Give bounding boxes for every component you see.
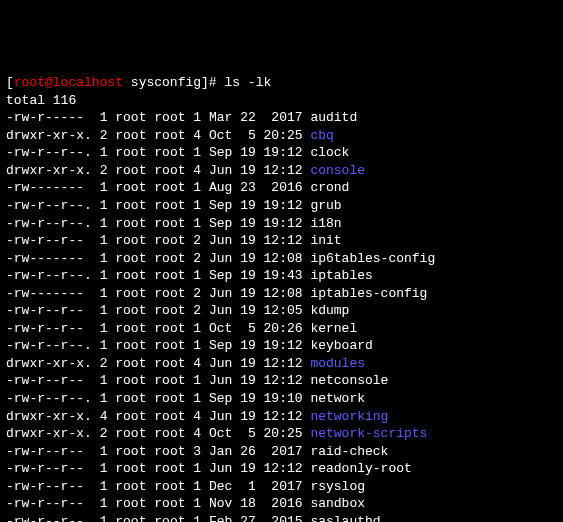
file-name: i18n — [310, 216, 341, 231]
group: root — [154, 338, 185, 353]
prompt-cwd: sysconfig — [123, 75, 201, 90]
owner: root — [115, 356, 146, 371]
file-row: -rw-r--r-- 1 root root 1 Feb 27 2015 sas… — [6, 513, 557, 522]
file-name: grub — [310, 198, 341, 213]
owner: root — [115, 251, 146, 266]
date: Jun 19 12:12 — [209, 461, 303, 476]
size: 1 — [193, 461, 201, 476]
owner: root — [115, 268, 146, 283]
file-row: -rw-r--r-- 1 root root 1 Nov 18 2016 san… — [6, 495, 557, 513]
size: 1 — [193, 198, 201, 213]
group: root — [154, 496, 185, 511]
file-row: -rw------- 1 root root 2 Jun 19 12:08 ip… — [6, 285, 557, 303]
file-row: -rw-r--r-- 1 root root 1 Jun 19 12:12 re… — [6, 460, 557, 478]
file-name: auditd — [310, 110, 357, 125]
perm: -rw-r--r-- — [6, 444, 92, 459]
file-row: -rw-r--r--. 1 root root 1 Sep 19 19:12 c… — [6, 144, 557, 162]
group: root — [154, 514, 185, 522]
owner: root — [115, 496, 146, 511]
date: Sep 19 19:10 — [209, 391, 303, 406]
links: 1 — [100, 233, 108, 248]
prompt-line: [root@localhost sysconfig]# ls -lk — [6, 74, 557, 92]
date: Oct 5 20:26 — [209, 321, 303, 336]
prompt-symbol: # — [209, 75, 225, 90]
file-name: saslauthd — [310, 514, 380, 522]
size: 1 — [193, 373, 201, 388]
perm: drwxr-xr-x. — [6, 426, 92, 441]
perm: drwxr-xr-x. — [6, 128, 92, 143]
perm: -rw-r--r-- — [6, 514, 92, 522]
file-name: cbq — [310, 128, 333, 143]
file-row: -rw-r--r--. 1 root root 1 Sep 19 19:12 i… — [6, 215, 557, 233]
perm: -rw-r--r-- — [6, 321, 92, 336]
file-name: network-scripts — [310, 426, 427, 441]
perm: -rw-r--r--. — [6, 391, 92, 406]
prompt-user: root@localhost — [14, 75, 123, 90]
links: 1 — [100, 479, 108, 494]
file-row: -rw-r--r--. 1 root root 1 Sep 19 19:12 g… — [6, 197, 557, 215]
links: 1 — [100, 145, 108, 160]
file-name: iptables-config — [310, 286, 427, 301]
file-name: modules — [310, 356, 365, 371]
perm: -rw-r--r--. — [6, 338, 92, 353]
group: root — [154, 163, 185, 178]
perm: -rw-r----- — [6, 110, 92, 125]
group: root — [154, 479, 185, 494]
terminal-output: [root@localhost sysconfig]# ls -lktotal … — [6, 74, 557, 522]
size: 1 — [193, 321, 201, 336]
file-name: readonly-root — [310, 461, 411, 476]
date: Dec 1 2017 — [209, 479, 303, 494]
size: 4 — [193, 426, 201, 441]
owner: root — [115, 479, 146, 494]
group: root — [154, 198, 185, 213]
file-row: drwxr-xr-x. 2 root root 4 Oct 5 20:25 cb… — [6, 127, 557, 145]
file-row: -rw-r--r--. 1 root root 1 Sep 19 19:10 n… — [6, 390, 557, 408]
size: 1 — [193, 391, 201, 406]
total-line: total 116 — [6, 92, 557, 110]
group: root — [154, 356, 185, 371]
file-name: kernel — [310, 321, 357, 336]
perm: -rw-r--r-- — [6, 461, 92, 476]
perm: -rw------- — [6, 180, 92, 195]
date: Jun 19 12:12 — [209, 356, 303, 371]
owner: root — [115, 426, 146, 441]
group: root — [154, 303, 185, 318]
size: 2 — [193, 233, 201, 248]
perm: -rw-r--r--. — [6, 268, 92, 283]
owner: root — [115, 303, 146, 318]
owner: root — [115, 216, 146, 231]
date: Jun 19 12:12 — [209, 409, 303, 424]
group: root — [154, 251, 185, 266]
perm: -rw-r--r-- — [6, 373, 92, 388]
group: root — [154, 426, 185, 441]
group: root — [154, 461, 185, 476]
file-name: sandbox — [310, 496, 365, 511]
perm: -rw-r--r--. — [6, 145, 92, 160]
links: 2 — [100, 163, 108, 178]
file-row: -rw------- 1 root root 1 Aug 23 2016 cro… — [6, 179, 557, 197]
owner: root — [115, 163, 146, 178]
links: 1 — [100, 391, 108, 406]
date: Jun 19 12:12 — [209, 373, 303, 388]
file-name: networking — [310, 409, 388, 424]
links: 1 — [100, 338, 108, 353]
links: 1 — [100, 268, 108, 283]
size: 2 — [193, 303, 201, 318]
perm: -rw-r--r--. — [6, 198, 92, 213]
size: 1 — [193, 180, 201, 195]
date: Jun 19 12:12 — [209, 163, 303, 178]
file-name: ip6tables-config — [310, 251, 435, 266]
file-name: netconsole — [310, 373, 388, 388]
size: 2 — [193, 286, 201, 301]
perm: -rw------- — [6, 286, 92, 301]
file-row: drwxr-xr-x. 2 root root 4 Jun 19 12:12 m… — [6, 355, 557, 373]
group: root — [154, 180, 185, 195]
group: root — [154, 391, 185, 406]
size: 1 — [193, 268, 201, 283]
owner: root — [115, 286, 146, 301]
size: 4 — [193, 409, 201, 424]
owner: root — [115, 128, 146, 143]
file-row: drwxr-xr-x. 2 root root 4 Jun 19 12:12 c… — [6, 162, 557, 180]
file-name: init — [310, 233, 341, 248]
date: Sep 19 19:12 — [209, 216, 303, 231]
